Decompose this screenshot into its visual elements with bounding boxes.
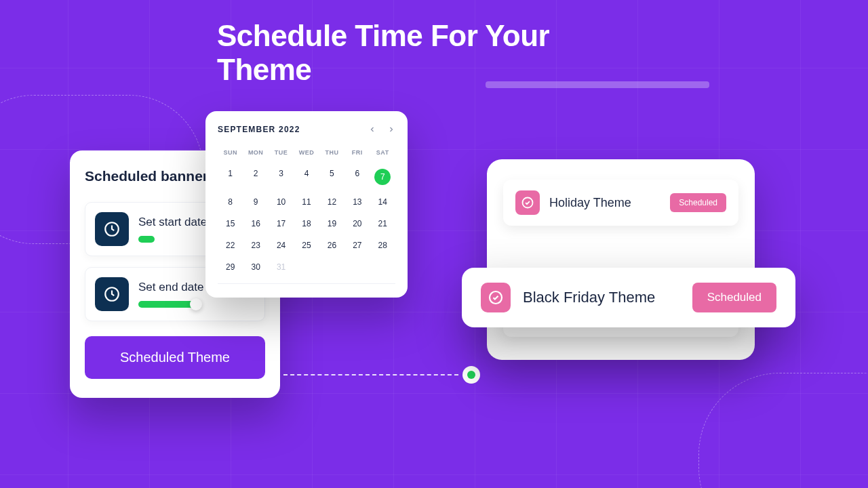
calendar-dow: MON <box>243 145 268 163</box>
calendar-dow: THU <box>319 145 344 163</box>
calendar-day[interactable]: 2 <box>243 163 268 191</box>
calendar-day[interactable]: 25 <box>294 235 319 256</box>
theme-name: Black Friday Theme <box>523 289 680 306</box>
calendar-day[interactable]: 28 <box>370 235 395 256</box>
calendar-day[interactable]: 20 <box>344 213 370 235</box>
theme-card-featured[interactable]: Black Friday Theme Scheduled <box>462 268 795 327</box>
themes-panel: Holiday Theme Scheduled Default Theme Sc… <box>487 159 755 360</box>
calendar-day[interactable]: 31 <box>269 256 294 278</box>
calendar-day[interactable]: 14 <box>370 191 395 213</box>
calendar-day[interactable]: 16 <box>243 213 268 235</box>
calendar-day[interactable]: 18 <box>294 213 319 235</box>
status-badge: Scheduled <box>670 193 726 212</box>
calendar-day[interactable]: 23 <box>243 235 268 256</box>
calendar-grid: SUNMONTUEWEDTHUFRISAT1234567891011121314… <box>218 145 395 278</box>
calendar-dow: SAT <box>370 145 395 163</box>
calendar-dow: FRI <box>344 145 370 163</box>
clock-icon <box>95 277 129 311</box>
calendar-day[interactable]: 24 <box>269 235 294 256</box>
calendar-day[interactable]: 26 <box>319 235 344 256</box>
end-date-slider-fill <box>138 301 199 308</box>
calendar-dow: SUN <box>218 145 243 163</box>
calendar-divider <box>218 283 395 284</box>
connector-node <box>462 366 480 384</box>
calendar-popover: SEPTEMBER 2022 SUNMONTUEWEDTHUFRISAT1234… <box>205 111 408 298</box>
calendar-day[interactable]: 5 <box>319 163 344 191</box>
calendar-day[interactable]: 30 <box>243 256 268 278</box>
calendar-next-icon[interactable] <box>387 125 395 134</box>
calendar-day[interactable]: 10 <box>269 191 294 213</box>
calendar-dow: TUE <box>269 145 294 163</box>
title-underline <box>486 81 709 88</box>
calendar-prev-icon[interactable] <box>368 125 376 134</box>
calendar-day[interactable]: 7 <box>370 163 395 191</box>
calendar-day[interactable]: 13 <box>344 191 370 213</box>
calendar-day[interactable]: 11 <box>294 191 319 213</box>
clock-icon <box>95 212 129 246</box>
calendar-dow: WED <box>294 145 319 163</box>
calendar-day[interactable]: 1 <box>218 163 243 191</box>
calendar-month-label: SEPTEMBER 2022 <box>218 125 300 134</box>
calendar-day[interactable]: 22 <box>218 235 243 256</box>
check-circle-icon <box>481 283 511 312</box>
status-badge: Scheduled <box>692 283 776 312</box>
calendar-day[interactable]: 19 <box>319 213 344 235</box>
calendar-day[interactable]: 29 <box>218 256 243 278</box>
calendar-day[interactable]: 8 <box>218 191 243 213</box>
theme-name: Holiday Theme <box>549 196 660 210</box>
calendar-day[interactable]: 9 <box>243 191 268 213</box>
calendar-day[interactable]: 3 <box>269 163 294 191</box>
calendar-day[interactable]: 4 <box>294 163 319 191</box>
start-date-slider-fill <box>138 236 155 243</box>
theme-card-holiday[interactable]: Holiday Theme Scheduled <box>503 180 738 226</box>
calendar-day[interactable]: 12 <box>319 191 344 213</box>
page-title-text: Schedule Time For Your Theme <box>217 19 549 86</box>
calendar-day[interactable]: 21 <box>370 213 395 235</box>
page-title: Schedule Time For Your Theme <box>217 19 651 87</box>
slider-knob[interactable] <box>190 298 202 310</box>
calendar-day[interactable]: 27 <box>344 235 370 256</box>
calendar-day[interactable]: 6 <box>344 163 370 191</box>
scheduled-theme-button[interactable]: Scheduled Theme <box>85 336 265 379</box>
end-date-slider[interactable] <box>138 301 255 308</box>
calendar-day[interactable]: 15 <box>218 213 243 235</box>
check-circle-icon <box>515 190 540 215</box>
calendar-day[interactable]: 17 <box>269 213 294 235</box>
connector-line <box>283 365 480 385</box>
